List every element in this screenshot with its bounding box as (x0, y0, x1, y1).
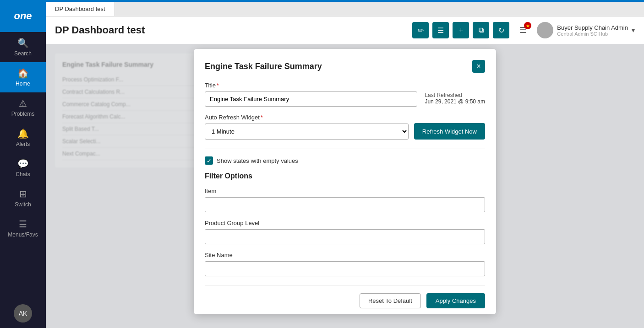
avatar (537, 22, 553, 38)
warning-icon: ⚠ (19, 98, 27, 109)
show-empty-row: ✓ Show states with empty values (205, 156, 485, 165)
site-name-input[interactable] (205, 261, 485, 276)
notification-badge: ★ (524, 22, 531, 29)
auto-refresh-label: Auto Refresh Widget* (205, 114, 409, 121)
page-title: DP Dashboard test (55, 24, 407, 36)
refresh-widget-now-button[interactable]: Refresh Widget Now (414, 123, 485, 140)
last-refreshed-label: Last Refreshed (425, 92, 485, 98)
list-button[interactable]: ☰ (432, 22, 449, 38)
item-field-row: Item (205, 188, 485, 212)
title-field-label: Title* (205, 82, 417, 89)
copy-button[interactable]: ⧉ (473, 22, 489, 38)
product-group-level-label: Product Group Level (205, 220, 485, 226)
site-name-field-row: Site Name (205, 252, 485, 276)
show-empty-checkbox[interactable]: ✓ (205, 156, 213, 165)
sidebar-item-label: Home (16, 81, 30, 87)
auto-refresh-col: Auto Refresh Widget* 1 Minute 5 Minutes … (205, 114, 409, 140)
auto-refresh-select[interactable]: 1 Minute 5 Minutes 10 Minutes 30 Minutes… (205, 124, 409, 140)
refresh-button[interactable]: ↻ (493, 22, 509, 38)
modal-footer: Reset To Default Apply Changes (205, 285, 485, 308)
required-marker: * (217, 82, 219, 89)
filter-options-section: Filter Options Item Product Group Level (205, 172, 485, 276)
modal-header: Engine Task Failure Summary × (205, 60, 485, 73)
sidebar-item-alerts[interactable]: 🔔 Alerts (0, 123, 46, 153)
edit-button[interactable]: ✏ (412, 22, 429, 38)
sidebar-item-label: Chats (16, 171, 30, 177)
sidebar-item-label: Switch (15, 201, 31, 208)
user-sub: Central Admin SC Hub (557, 31, 628, 37)
divider (205, 149, 485, 149)
title-input[interactable] (205, 91, 417, 107)
modal-dialog: Engine Task Failure Summary × Title* Las… (194, 49, 496, 314)
sidebar-item-problems[interactable]: ⚠ Problems (0, 92, 46, 123)
app-logo[interactable]: one (0, 0, 46, 32)
title-col: Title* (205, 82, 417, 107)
sidebar-item-chats[interactable]: 💬 Chats (0, 153, 46, 183)
modal-overlay: Engine Task Failure Summary × Title* Las… (46, 44, 644, 328)
show-empty-label: Show states with empty values (217, 157, 298, 164)
chat-icon: 💬 (17, 158, 29, 169)
reset-to-default-button[interactable]: Reset To Default (360, 293, 421, 308)
header-actions: ✏ ☰ + ⧉ ↻ (412, 22, 509, 38)
user-area[interactable]: Buyer Supply Chain Admin Central Admin S… (537, 22, 635, 38)
modal-title: Engine Task Failure Summary (205, 62, 322, 71)
site-name-label: Site Name (205, 252, 485, 258)
chevron-down-icon: ▾ (632, 27, 635, 34)
sidebar-item-label: Search (14, 50, 32, 57)
apply-changes-button[interactable]: Apply Changes (426, 293, 485, 308)
modal-close-button[interactable]: × (472, 60, 485, 73)
last-refreshed-info: Last Refreshed Jun 29, 2021 @ 9:50 am (425, 82, 485, 107)
product-group-level-input[interactable] (205, 229, 485, 244)
main-area: DP Dashboard test DP Dashboard test ✏ ☰ … (46, 0, 644, 328)
dashboard-tab[interactable]: DP Dashboard test (46, 2, 115, 16)
sidebar-item-home[interactable]: 🏠 Home (0, 62, 46, 92)
header: DP Dashboard test ✏ ☰ + ⧉ ↻ ☰ ★ Buyer Su… (46, 16, 644, 44)
product-group-level-field-row: Product Group Level (205, 220, 485, 244)
search-icon: 🔍 (17, 38, 29, 48)
sidebar: one 🔍 Search 🏠 Home ⚠ Problems 🔔 Alerts … (0, 0, 46, 328)
tab-bar: DP Dashboard test (46, 2, 644, 16)
item-label: Item (205, 188, 485, 194)
sidebar-item-label: Alerts (16, 141, 30, 147)
sidebar-item-menus[interactable]: ☰ Menus/Favs (0, 213, 46, 243)
home-icon: 🏠 (17, 68, 29, 79)
bell-icon: 🔔 (17, 128, 29, 139)
item-input[interactable] (205, 197, 485, 212)
menu-icon: ☰ (19, 219, 27, 230)
filter-options-title: Filter Options (205, 172, 485, 180)
dashboard-content: Engine Task Failure Summary Process Opti… (46, 44, 644, 328)
sidebar-user-avatar[interactable]: AK (14, 304, 32, 323)
add-button[interactable]: + (453, 22, 469, 38)
switch-icon: ⊞ (19, 188, 27, 199)
title-refresh-row: Title* Last Refreshed Jun 29, 2021 @ 9:5… (205, 82, 485, 107)
sidebar-item-label: Problems (11, 111, 35, 117)
required-marker: * (261, 114, 263, 121)
sidebar-item-label: Menus/Favs (8, 231, 38, 238)
auto-refresh-row: Auto Refresh Widget* 1 Minute 5 Minutes … (205, 114, 485, 140)
hamburger-menu-button[interactable]: ☰ ★ (515, 22, 531, 38)
sidebar-item-search[interactable]: 🔍 Search (0, 32, 46, 62)
sidebar-item-switch[interactable]: ⊞ Switch (0, 183, 46, 213)
user-name: Buyer Supply Chain Admin (557, 24, 628, 31)
last-refreshed-value: Jun 29, 2021 @ 9:50 am (425, 98, 485, 105)
